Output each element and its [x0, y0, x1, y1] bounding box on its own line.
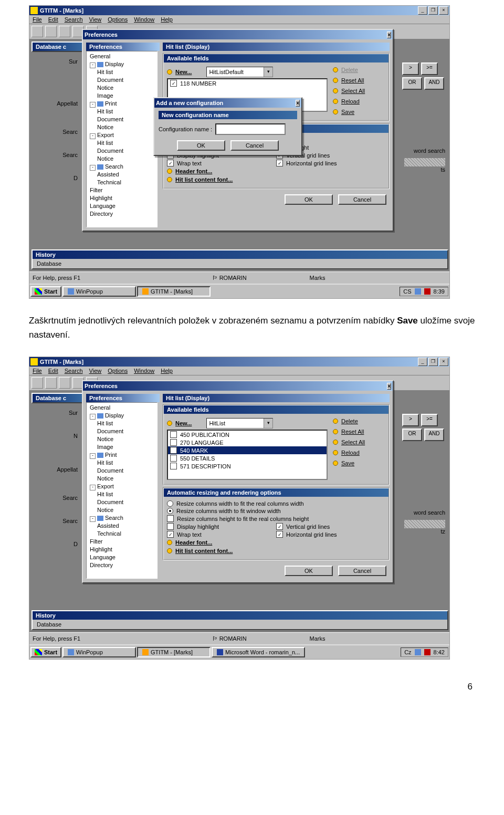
content-font-link[interactable]: Hit list content font...	[175, 176, 233, 183]
new-link[interactable]: New...	[175, 69, 192, 75]
or-button[interactable]: OR	[402, 77, 422, 90]
fields-listbox[interactable]: 450 PUBLICATION270 LANGUAGE✓540 MARK550 …	[167, 430, 328, 480]
start-button[interactable]: Start	[30, 286, 61, 297]
or-button[interactable]: OR	[402, 429, 422, 441]
preferences-tree[interactable]: General-DisplayHit listDocumentNoticeIma…	[86, 402, 158, 579]
tree-item[interactable]: Hit list	[88, 68, 156, 76]
checkbox[interactable]	[170, 439, 177, 446]
checkbox[interactable]	[170, 455, 177, 462]
tree-item[interactable]: Notice	[88, 475, 156, 483]
config-combo-input[interactable]	[207, 419, 264, 428]
config-combo-input[interactable]	[207, 67, 264, 77]
toolbar-button[interactable]	[59, 26, 70, 37]
tree-item[interactable]: Image	[88, 443, 156, 451]
tree-item[interactable]: Language	[88, 553, 156, 561]
action-delete[interactable]: Delete	[341, 67, 358, 73]
config-name-input[interactable]	[215, 123, 286, 135]
tree-item[interactable]: -Display	[88, 412, 156, 420]
expand-icon[interactable]: -	[90, 453, 96, 459]
expand-icon[interactable]: -	[90, 133, 96, 139]
tree-item[interactable]: Document	[88, 76, 156, 84]
tree-item[interactable]: -Print	[88, 100, 156, 108]
tree-item[interactable]: Notice	[88, 155, 156, 163]
new-link[interactable]: New...	[175, 420, 192, 426]
list-item[interactable]: 571 DESCRIPTION	[168, 462, 327, 470]
toolbar-button[interactable]	[45, 377, 57, 389]
taskbar-item[interactable]: WinPopup	[62, 286, 136, 297]
and-button[interactable]: AND	[424, 77, 444, 90]
list-item[interactable]: ✓118 NUMBER	[168, 79, 327, 87]
menu-edit[interactable]: Edit	[48, 368, 58, 374]
ok-button[interactable]: OK	[285, 566, 333, 576]
checkbox[interactable]: ✓	[167, 160, 174, 166]
action-delete[interactable]: Delete	[341, 418, 358, 424]
config-combo[interactable]: ▾	[206, 418, 273, 429]
start-button[interactable]: Start	[30, 647, 61, 657]
tree-item[interactable]: Highlight	[88, 194, 156, 202]
list-item[interactable]: 270 LANGUAGE	[168, 438, 327, 446]
tray-icon[interactable]	[415, 288, 421, 295]
tray-lang[interactable]: CS	[403, 288, 411, 295]
tree-item[interactable]: Hit list	[88, 490, 156, 498]
expand-icon[interactable]: -	[90, 62, 96, 68]
tree-item[interactable]: Assisted	[88, 171, 156, 179]
content-font-link[interactable]: Hit list content font...	[175, 548, 233, 554]
close-button[interactable]: ×	[439, 358, 448, 366]
tree-item[interactable]: Notice	[88, 435, 156, 443]
gte-button[interactable]: >=	[421, 414, 438, 426]
minimize-button[interactable]: _	[418, 6, 427, 15]
tree-item[interactable]: -Search	[88, 163, 156, 171]
tree-item[interactable]: -Export	[88, 131, 156, 139]
tree-item[interactable]: Hit list	[88, 139, 156, 147]
checkbox[interactable]: ✓	[167, 531, 174, 538]
menu-window[interactable]: Window	[134, 368, 154, 374]
maximize-button[interactable]: ❐	[428, 6, 438, 15]
expand-icon[interactable]: -	[90, 516, 96, 522]
gt-button[interactable]: >	[402, 414, 419, 426]
checkbox[interactable]	[170, 431, 177, 438]
tray-lang[interactable]: Cz	[404, 649, 411, 655]
tree-item[interactable]: Notice	[88, 506, 156, 514]
preferences-tree[interactable]: General-DisplayHit listDocumentNoticeIma…	[86, 51, 158, 227]
menu-edit[interactable]: Edit	[48, 16, 58, 23]
tree-item[interactable]: Hit list	[88, 459, 156, 467]
tree-item[interactable]: Hit list	[88, 108, 156, 116]
list-item[interactable]: 550 DETAILS	[168, 454, 327, 462]
gt-button[interactable]: >	[402, 62, 419, 75]
tree-item[interactable]: Language	[88, 202, 156, 210]
radio[interactable]	[167, 500, 173, 507]
config-combo[interactable]: ▾	[206, 67, 273, 77]
header-font-link[interactable]: Header font...	[175, 168, 212, 174]
menu-search[interactable]: Search	[65, 368, 83, 374]
tree-item[interactable]: General	[88, 404, 156, 412]
tree-item[interactable]: Assisted	[88, 522, 156, 530]
expand-icon[interactable]: -	[90, 102, 96, 108]
toolbar-button[interactable]	[32, 377, 43, 389]
tree-item[interactable]: General	[88, 53, 156, 60]
radio[interactable]	[167, 508, 173, 514]
tree-item[interactable]: Notice	[88, 84, 156, 92]
tree-item[interactable]: Notice	[88, 123, 156, 131]
action-save[interactable]: Save	[341, 109, 354, 115]
close-icon[interactable]: ×	[387, 383, 391, 390]
menu-file[interactable]: File	[33, 16, 42, 23]
tree-item[interactable]: -Search	[88, 514, 156, 522]
and-button[interactable]: AND	[424, 429, 444, 441]
toolbar-button[interactable]	[45, 26, 57, 37]
menu-search[interactable]: Search	[65, 16, 83, 23]
cancel-button[interactable]: Cancel	[230, 140, 279, 151]
action-select all[interactable]: Select All	[341, 88, 365, 94]
ok-button[interactable]: OK	[285, 194, 333, 205]
list-item[interactable]: 450 PUBLICATION	[168, 431, 327, 438]
checkbox[interactable]	[167, 523, 174, 530]
tree-item[interactable]: Technical	[88, 530, 156, 538]
menu-options[interactable]: Options	[108, 368, 128, 374]
action-reset all[interactable]: Reset All	[341, 77, 364, 83]
tray-icon[interactable]	[415, 649, 421, 655]
menu-window[interactable]: Window	[134, 16, 154, 23]
menu-options[interactable]: Options	[108, 16, 128, 23]
tree-item[interactable]: Document	[88, 116, 156, 123]
checkbox[interactable]: ✓	[276, 523, 283, 530]
gte-button[interactable]: >=	[421, 62, 438, 75]
close-button[interactable]: ×	[439, 6, 448, 15]
